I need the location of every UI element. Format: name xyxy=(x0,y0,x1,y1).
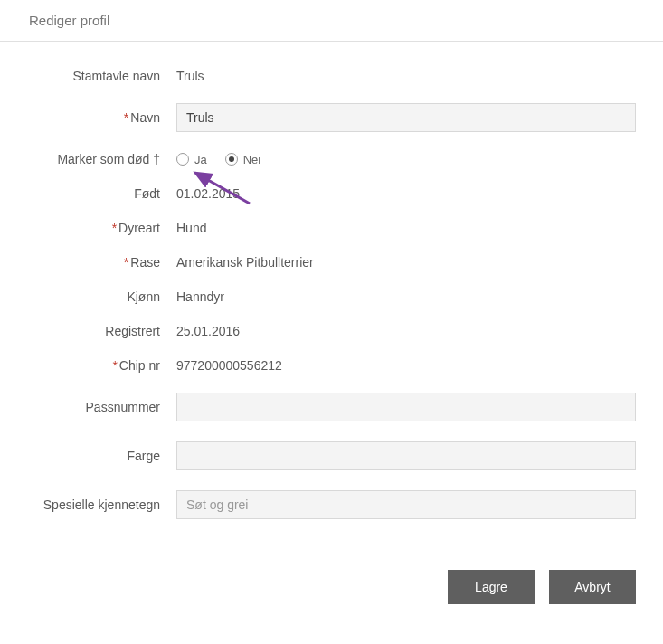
radio-dead-yes[interactable]: Ja xyxy=(176,153,207,166)
mark-dead-radio-group: Ja Nei xyxy=(176,153,636,166)
breed-label: *Rase xyxy=(27,255,176,270)
radio-dead-no[interactable]: Nei xyxy=(225,153,261,166)
species-label: *Dyreart xyxy=(27,221,176,235)
button-row: Lagre Avbryt xyxy=(0,539,663,635)
pedigree-name-label: Stamtavle navn xyxy=(27,69,176,83)
pedigree-name-value: Truls xyxy=(176,69,636,83)
radio-no-label: Nei xyxy=(243,153,261,166)
sex-value: Hanndyr xyxy=(176,289,636,304)
profile-form: Stamtavle navn Truls *Navn Marker som dø… xyxy=(0,42,663,519)
cancel-button[interactable]: Avbryt xyxy=(549,570,636,604)
species-value: Hund xyxy=(176,221,636,235)
marks-label: Spesielle kjennetegn xyxy=(27,497,176,512)
name-input[interactable] xyxy=(176,103,636,132)
name-label: *Navn xyxy=(27,110,176,125)
radio-icon xyxy=(225,153,238,166)
mark-dead-label: Marker som død † xyxy=(27,152,176,166)
page-title: Rediger profil xyxy=(0,0,663,42)
color-input[interactable] xyxy=(176,441,636,470)
breed-value: Amerikansk Pitbullterrier xyxy=(176,255,636,270)
radio-icon xyxy=(176,153,189,166)
chip-label: *Chip nr xyxy=(27,358,176,373)
chip-value: 977200000556212 xyxy=(176,358,636,373)
sex-label: Kjønn xyxy=(27,289,176,304)
save-button[interactable]: Lagre xyxy=(448,570,535,604)
radio-yes-label: Ja xyxy=(194,153,207,166)
registered-label: Registrert xyxy=(27,324,176,338)
marks-input[interactable] xyxy=(176,490,636,519)
registered-value: 25.01.2016 xyxy=(176,324,636,338)
born-value: 01.02.2015 xyxy=(176,186,636,201)
passport-label: Passnummer xyxy=(27,400,176,414)
color-label: Farge xyxy=(27,449,176,463)
born-label: Født xyxy=(27,186,176,201)
passport-input[interactable] xyxy=(176,393,636,421)
